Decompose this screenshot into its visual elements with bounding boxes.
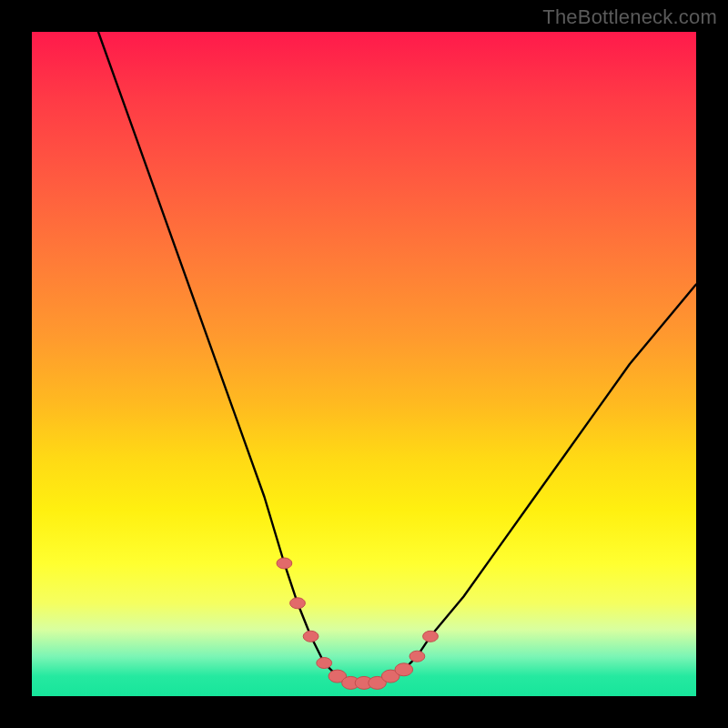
curve-group xyxy=(98,32,696,682)
chart-frame: TheBottleneck.com xyxy=(0,0,728,728)
plot-area xyxy=(32,32,696,696)
valley-marker xyxy=(290,598,306,609)
valley-markers-group xyxy=(277,558,438,689)
bottleneck-curve-svg xyxy=(32,32,696,696)
valley-marker xyxy=(395,663,413,676)
valley-marker xyxy=(410,651,425,662)
valley-marker xyxy=(303,631,318,642)
bottleneck-curve-path xyxy=(98,32,696,682)
watermark-text: TheBottleneck.com xyxy=(542,5,717,29)
valley-marker xyxy=(277,558,292,569)
valley-marker xyxy=(423,631,439,642)
valley-marker xyxy=(317,658,332,669)
